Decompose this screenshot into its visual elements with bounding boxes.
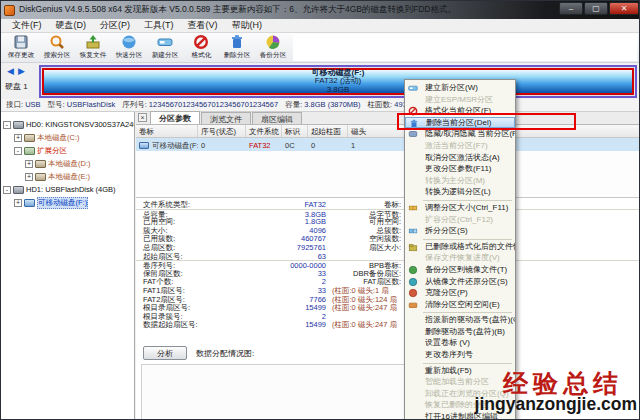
- detail-row-13: 根目录簇号:2: [136, 312, 640, 321]
- menu-item-0[interactable]: 文件(F): [5, 19, 49, 32]
- analyze-button[interactable]: 分析: [143, 346, 187, 360]
- toolbar-button-4[interactable]: 新建分区: [147, 33, 183, 62]
- next-disk-arrow[interactable]: ▶: [18, 66, 25, 76]
- diskgenius-window: DiskGenius V4.9.5.508 x64 发现新版本 V5.0.0.5…: [0, 0, 640, 420]
- toolbar-button-label: 格式化: [191, 50, 211, 60]
- toolbar-button-3[interactable]: 快速分区: [111, 33, 147, 62]
- menu-item-2[interactable]: 分区(P): [93, 19, 137, 32]
- tree-item-1[interactable]: +本地磁盘(C:): [1, 131, 134, 144]
- context-menu-item-22[interactable]: 指派新的驱动器号(盘符)(G): [405, 314, 515, 326]
- context-menu-item-label: 克隆分区(P): [425, 288, 468, 297]
- minimize-button[interactable]: –: [559, 2, 583, 15]
- toolbar-button-5[interactable]: 格式化: [183, 33, 219, 62]
- context-menu-item-label: 调整分区大小(Ctrl_F11): [425, 203, 508, 212]
- collapse-icon[interactable]: -: [3, 186, 11, 194]
- disk-icon: [13, 121, 24, 129]
- table-header-3[interactable]: 标识: [282, 125, 308, 137]
- menu-bar: 文件(F)硬盘(D)分区(P)工具(T)查看(V)帮助(H): [1, 19, 640, 33]
- collapse-icon[interactable]: -: [14, 147, 22, 155]
- context-menu-item-label: 转换为主分区(M): [425, 176, 485, 185]
- hide-partition-icon: [408, 129, 418, 139]
- delete-partition-icon: [229, 34, 245, 50]
- tree-item-5[interactable]: -HD1: USBFlashDisk (4GB): [1, 183, 134, 196]
- context-menu-item-4[interactable]: 隐藏/取消隐藏 当前分区(F4): [405, 128, 515, 140]
- context-menu-item-label: 设置卷标 (V): [425, 338, 470, 347]
- table-header-1[interactable]: 序号(状态): [198, 125, 246, 137]
- tree-item-label: 扩展分区: [37, 146, 67, 156]
- tree-item-label: HD0: KINGSTONSV300S37A240G (224GB): [26, 120, 135, 129]
- tree-item-4[interactable]: +本地磁盘(E:): [1, 170, 134, 183]
- toolbar-button-6[interactable]: 删除分区: [219, 33, 255, 62]
- context-menu-item-24[interactable]: 设置卷标 (V): [405, 337, 515, 349]
- expand-icon[interactable]: +: [25, 173, 33, 181]
- prev-disk-arrow[interactable]: ◀: [7, 66, 14, 76]
- menu-item-4[interactable]: 查看(V): [181, 19, 225, 32]
- context-menu-item-13[interactable]: 拆分分区(S): [405, 225, 515, 237]
- split-partition-icon: [408, 226, 418, 236]
- context-menu-item-2[interactable]: 格式化当前分区(F): [405, 105, 515, 117]
- toolbar-button-2[interactable]: 恢复文件: [75, 33, 111, 62]
- context-menu-item-label: 扩容分区(Ctrl_F12): [425, 215, 493, 224]
- toolbar-button-1[interactable]: 搜索分区: [39, 33, 75, 62]
- window-title: DiskGenius V4.9.5.508 x64 发现新版本 V5.0.0.5…: [19, 4, 489, 16]
- collapse-icon[interactable]: -: [3, 121, 11, 129]
- format-icon: [193, 34, 209, 50]
- backup-partition-icon: [265, 34, 281, 50]
- close-panel-icon[interactable]: ×: [138, 113, 147, 122]
- context-menu-item-11[interactable]: 调整分区大小(Ctrl_F11): [405, 202, 515, 214]
- title-bar: DiskGenius V4.9.5.508 x64 发现新版本 V5.0.0.5…: [1, 1, 640, 19]
- tab-0[interactable]: 分区参数: [150, 111, 200, 124]
- tree-item-2[interactable]: -扩展分区: [1, 144, 134, 157]
- context-menu-item-23[interactable]: 删除驱动器号(盘符)(B): [405, 326, 515, 338]
- context-menu-item-9[interactable]: 转换为逻辑分区(L): [405, 186, 515, 198]
- erase-free-space-icon: [408, 300, 418, 310]
- context-menu-item-18[interactable]: 从镜像文件还原分区(S): [405, 276, 515, 288]
- disk-info-row: 接口: USB型号: USBFlashDisk序列号: 123456701234…: [1, 99, 640, 112]
- context-menu-item-25[interactable]: 更改卷序列号: [405, 349, 515, 361]
- context-menu-item-17[interactable]: 备份分区到镜像文件(T): [405, 264, 515, 276]
- context-menu-item-7[interactable]: 更改分区参数(F11): [405, 163, 515, 175]
- context-menu-item-8: 转换为主分区(M): [405, 175, 515, 187]
- tree-item-6[interactable]: +可移动磁盘(F:): [1, 196, 134, 209]
- table-header-4[interactable]: 起始柱面: [308, 125, 348, 137]
- context-menu-item-19[interactable]: 克隆分区(P): [405, 287, 515, 299]
- file-recovery-icon: [408, 242, 418, 252]
- tree-item-3[interactable]: +本地磁盘(D:): [1, 157, 134, 170]
- context-menu-item-20[interactable]: 清除分区空闲空间(E): [405, 299, 515, 311]
- toolbar-button-label: 备份分区: [260, 50, 287, 60]
- recover-files-icon: [85, 34, 101, 50]
- quick-partition-icon: [121, 34, 137, 50]
- menu-item-5[interactable]: 帮助(H): [225, 19, 270, 32]
- context-menu-item-6[interactable]: 取消分区激活状态(A): [405, 152, 515, 164]
- partition-icon: [24, 199, 35, 207]
- expand-icon[interactable]: +: [14, 134, 22, 142]
- menu-item-3[interactable]: 工具(T): [137, 19, 181, 32]
- close-button[interactable]: ✕: [609, 2, 639, 15]
- tab-1[interactable]: 浏览文件: [201, 112, 251, 124]
- table-header-2[interactable]: 文件系统: [246, 125, 282, 137]
- partition-table-selected-row[interactable]: 可移动磁盘(F:)0FAT320C01: [136, 138, 640, 151]
- menu-item-1[interactable]: 硬盘(D): [49, 19, 94, 32]
- maximize-button[interactable]: ▢: [584, 2, 608, 15]
- context-menu-item-16: 保存文件恢复进度(V): [405, 252, 515, 264]
- search-icon: [49, 34, 65, 50]
- expand-icon[interactable]: +: [25, 160, 33, 168]
- context-menu-item-0[interactable]: 建立新分区(W): [405, 82, 515, 94]
- partition-bar-removable-f[interactable]: 可移动磁盘(F:) FAT32 (活动) 3.8GB: [42, 68, 634, 95]
- context-menu-item-3[interactable]: 删除当前分区(Del): [405, 117, 515, 129]
- toolbar-button-7[interactable]: 备份分区: [255, 33, 291, 62]
- tree-item-0[interactable]: -HD0: KINGSTONSV300S37A240G (224GB): [1, 118, 134, 131]
- expand-icon[interactable]: +: [14, 199, 22, 207]
- tree-item-label: 本地磁盘(E:): [48, 172, 90, 182]
- context-menu-item-label: 格式化当前分区(F): [425, 106, 491, 115]
- tab-2[interactable]: 扇区编辑: [252, 112, 302, 124]
- table-header-0[interactable]: 卷标: [136, 125, 198, 137]
- context-menu-item-15[interactable]: 已删除或格式化后的文件恢复(U): [405, 241, 515, 253]
- clone-partition-icon: [408, 288, 418, 298]
- resize-partition-icon: [408, 203, 418, 213]
- table-cell-2: FAT32: [246, 138, 282, 151]
- detail-row-3: 簇大小:4096总簇数:: [136, 226, 640, 235]
- context-menu-item-label: 删除当前分区(Del): [426, 118, 491, 127]
- delete-partition-icon: [409, 119, 419, 129]
- toolbar-button-0[interactable]: 保存更改: [3, 33, 39, 62]
